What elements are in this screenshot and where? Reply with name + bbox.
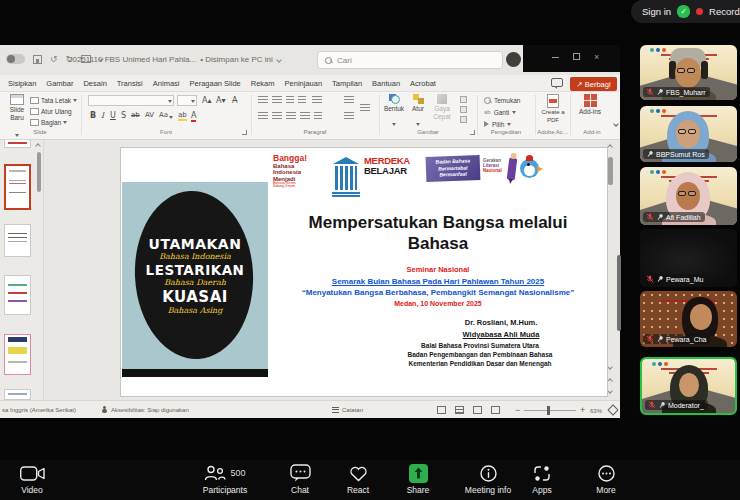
arrange-button[interactable]: Atur [406,94,430,130]
share-document-button[interactable]: ↗ Berbagi [570,77,617,91]
shape-effects-icon[interactable] [460,116,467,123]
columns-icon[interactable] [314,112,322,120]
tab-transisi[interactable]: Transisi [112,75,148,92]
strikethrough-icon[interactable]: ab [131,111,140,119]
line-spacing-icon[interactable] [312,96,322,104]
change-case-icon[interactable]: Aa [159,111,168,119]
layout-button[interactable]: Tata Letak [30,95,77,106]
tab-desain[interactable]: Desain [78,75,111,92]
sign-in-button[interactable]: Sign in [642,6,671,17]
save-icon[interactable] [33,55,42,64]
participant-tile[interactable]: Afi Fadlilah [640,167,737,225]
saved-status[interactable]: • Disimpan ke PC ini [200,55,273,64]
comments-icon[interactable] [551,78,563,87]
shapes-button[interactable]: Bentuk [382,94,406,130]
share-screen-button[interactable]: Share [396,463,440,495]
underline-icon[interactable]: U [110,111,116,120]
slide-thumbnail-selected[interactable] [4,164,31,210]
slide-thumbnail[interactable] [4,224,31,257]
zoom-out-icon[interactable]: − [515,405,520,415]
minimize-icon[interactable] [552,57,559,58]
participant-tile[interactable]: BBPSumut Ros [640,106,737,162]
tab-peninjauan[interactable]: Peninjauan [280,75,328,92]
maximize-icon[interactable] [573,53,580,60]
zoom-level[interactable]: 63% [590,408,602,414]
shape-fill-icon[interactable] [460,96,467,103]
participant-tile[interactable]: Pewara_Mu [640,229,737,287]
notes-button[interactable]: Catatan [342,407,363,413]
video-button[interactable]: Video [8,463,56,495]
zoom-slider[interactable] [524,410,576,411]
close-icon[interactable]: × [594,53,599,62]
decrease-indent-icon[interactable] [286,96,294,104]
section-button[interactable]: Bagian [30,117,77,128]
participant-tile-active-speaker[interactable]: Moderator_ [640,357,737,415]
fit-to-window-icon[interactable] [607,404,618,415]
autosave-toggle[interactable] [6,54,25,64]
character-spacing-icon[interactable]: AV [145,111,154,119]
language-status[interactable]: sa Inggris (Amerika Serikat) [2,407,76,413]
slide-sorter-view-icon[interactable] [455,406,464,414]
security-shield-icon[interactable] [677,5,690,18]
align-left-icon[interactable] [258,112,268,120]
align-text-icon[interactable] [344,112,354,120]
collapse-ribbon-icon[interactable] [613,121,619,127]
align-center-icon[interactable] [272,112,282,120]
reset-button[interactable]: Atur Ulang [30,106,77,117]
decrease-font-icon[interactable]: A▾ [216,96,226,105]
react-button[interactable]: React [336,463,380,495]
tab-peragaan-slide[interactable]: Peragaan Slide [184,75,245,92]
participants-button[interactable]: 500 Participants [190,463,260,495]
text-shadow-icon[interactable]: S [121,111,126,120]
tab-sisipkan[interactable]: Sisipkan [3,75,41,92]
align-right-icon[interactable] [286,112,296,120]
increase-indent-icon[interactable] [298,96,306,104]
search-input[interactable]: Cari [317,51,503,69]
highlight-color-icon[interactable]: ab [178,111,187,121]
slide-thumbnail[interactable] [4,334,31,375]
smartart-icon[interactable] [360,104,370,112]
thumbnails-scrollbar[interactable] [37,152,41,192]
addins-button[interactable]: Add-ins [578,94,602,115]
zoom-slider-thumb[interactable] [547,406,550,415]
bold-icon[interactable]: B [90,111,96,120]
font-size-select[interactable] [177,95,197,106]
accessibility-status[interactable]: Aksesibilitas: Siap digunakan [111,407,189,413]
slideshow-view-icon[interactable] [491,406,500,414]
find-button[interactable]: Temukan [484,95,520,105]
font-name-select[interactable] [88,95,174,106]
tab-bantuan[interactable]: Bantuan [367,75,405,92]
undo-icon[interactable]: ↺ [50,54,58,64]
tab-gambar[interactable]: Gambar [41,75,78,92]
bullets-icon[interactable] [258,96,268,104]
normal-view-icon[interactable] [437,406,446,414]
participant-tile[interactable]: FBS_Muharr [640,45,737,100]
select-button[interactable]: Pilih [484,119,511,129]
increase-font-icon[interactable]: A▴ [202,96,212,105]
quick-styles-button[interactable]: Gaya Cepat [430,94,454,121]
clear-format-icon[interactable]: A̶ [232,96,237,105]
numbering-icon[interactable] [272,96,282,104]
reading-view-icon[interactable] [473,406,482,414]
meeting-info-button[interactable]: Meeting info [458,463,518,495]
account-avatar[interactable] [506,52,521,67]
apps-button[interactable]: Apps [520,463,564,495]
slide-thumbnail[interactable] [4,389,31,400]
slide-canvas[interactable]: UTAMAKAN Bahasa Indonesia LESTARIKAN Bah… [121,148,607,396]
tab-rekam[interactable]: Rekam [246,75,280,92]
tab-tampilan[interactable]: Tampilan [327,75,367,92]
slide-thumbnail[interactable] [4,140,31,148]
chat-button[interactable]: Chat [276,463,324,495]
editor-scrollbar[interactable] [608,157,613,185]
thumbnails-scroll-up-icon[interactable] [35,143,41,149]
text-direction-icon[interactable] [344,96,354,104]
slide-thumbnail[interactable] [4,275,31,315]
participant-tile[interactable]: Pewara_Cha [640,291,737,347]
shared-screen-scrollbar[interactable] [617,255,621,331]
shape-outline-icon[interactable] [460,106,467,113]
zoom-in-icon[interactable]: + [580,405,585,415]
replace-button[interactable]: abGanti [484,107,516,117]
font-color-icon[interactable]: A [191,111,196,122]
justify-icon[interactable] [300,112,310,120]
more-button[interactable]: More [584,463,628,495]
